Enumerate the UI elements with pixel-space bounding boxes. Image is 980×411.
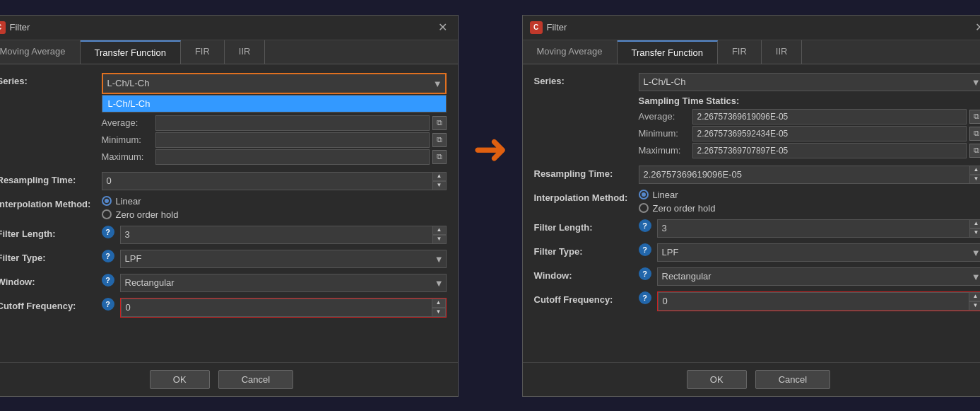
- right-filter-length-up[interactable]: ▲: [969, 219, 981, 228]
- right-window-select-wrap: Rectangular ▼: [657, 267, 981, 286]
- right-min-input[interactable]: [692, 126, 967, 141]
- right-filter-type-help[interactable]: ?: [639, 243, 651, 256]
- right-close-button[interactable]: ✕: [972, 20, 981, 35]
- left-min-value-box: ⧉: [155, 132, 447, 148]
- right-max-input[interactable]: [692, 143, 967, 158]
- right-min-copy[interactable]: ⧉: [969, 127, 981, 141]
- left-tab-iir[interactable]: IIR: [225, 40, 266, 64]
- left-filter-type-select[interactable]: LPF: [120, 250, 447, 268]
- right-cutoff-help[interactable]: ?: [639, 291, 651, 304]
- right-sampling-section: Sampling Time Statics: Average: ⧉ Minimu…: [639, 95, 981, 160]
- left-window-select[interactable]: Rectangular: [120, 274, 447, 292]
- right-avg-input[interactable]: [692, 109, 967, 125]
- left-cutoff-input[interactable]: [121, 299, 446, 317]
- transition-arrow: ➜: [473, 128, 508, 170]
- right-filter-length-spinner: ▲ ▼: [657, 219, 981, 238]
- right-resampling-label: Resampling Time:: [534, 166, 633, 179]
- left-filter-type-help[interactable]: ?: [102, 250, 114, 262]
- left-max-input[interactable]: [155, 149, 430, 165]
- right-avg-label: Average:: [639, 111, 688, 122]
- left-window-row: Window: ? Rectangular ▼: [0, 274, 447, 292]
- right-resampling-down[interactable]: ▼: [969, 175, 981, 184]
- right-resampling-input[interactable]: [639, 166, 981, 184]
- left-filter-length-down[interactable]: ▼: [432, 235, 447, 244]
- left-tab-fir[interactable]: FIR: [181, 40, 225, 64]
- right-cutoff-up[interactable]: ▲: [969, 292, 981, 301]
- left-tab-moving-average[interactable]: Moving Average: [0, 40, 81, 64]
- left-dialog-body: Series: L-Ch/L-Ch ▼ L-Ch/L-Ch: [0, 64, 458, 362]
- left-tab-transfer-function[interactable]: Transfer Function: [81, 40, 181, 64]
- right-cutoff-down[interactable]: ▼: [969, 301, 981, 311]
- left-cutoff-down[interactable]: ▼: [432, 308, 446, 317]
- left-min-copy[interactable]: ⧉: [432, 133, 447, 147]
- right-cutoff-spinner: ▲ ▼: [657, 291, 981, 311]
- right-max-copy[interactable]: ⧉: [969, 144, 981, 158]
- left-filter-length-up[interactable]: ▲: [432, 226, 447, 235]
- left-resampling-spinner-btns: ▲ ▼: [432, 172, 447, 190]
- right-window-help[interactable]: ?: [639, 267, 651, 280]
- left-cutoff-help[interactable]: ?: [102, 298, 114, 311]
- left-radio-linear-dot: [105, 199, 109, 203]
- right-series-input[interactable]: [639, 73, 981, 91]
- left-filter-length-input[interactable]: [120, 226, 447, 244]
- left-interpolation-row: Interpolation Method: Linear Zero order …: [0, 196, 447, 220]
- right-filter-length-down[interactable]: ▼: [969, 228, 981, 238]
- right-avg-copy[interactable]: ⧉: [969, 110, 981, 124]
- right-resampling-up[interactable]: ▲: [969, 166, 981, 175]
- left-min-row: Minimum: ⧉: [102, 132, 447, 148]
- left-max-copy[interactable]: ⧉: [432, 150, 447, 164]
- right-cutoff-input[interactable]: [658, 292, 981, 311]
- right-tab-iir[interactable]: IIR: [762, 40, 803, 64]
- left-radio-linear[interactable]: Linear: [102, 196, 179, 207]
- right-interpolation-row: Interpolation Method: Linear Zero order …: [534, 190, 981, 214]
- left-title-bar: C Filter ✕: [0, 16, 458, 40]
- right-title-bar: C Filter ✕: [523, 16, 981, 40]
- left-sampling-section: Average: ⧉ Minimum: ⧉: [102, 115, 447, 166]
- left-series-dropdown-list: L-Ch/L-Ch: [102, 95, 447, 112]
- right-sampling-title: Sampling Time Statics:: [639, 95, 981, 106]
- right-tab-transfer-function[interactable]: Transfer Function: [618, 40, 718, 64]
- right-series-control: ▼ Sampling Time Statics: Average: ⧉: [639, 73, 981, 160]
- right-avg-row: Average: ⧉: [639, 109, 981, 125]
- left-min-label: Minimum:: [102, 134, 151, 145]
- right-filter-length-label: Filter Length:: [534, 219, 633, 233]
- left-max-row: Maximum: ⧉: [102, 149, 447, 165]
- left-min-input[interactable]: [155, 132, 430, 148]
- left-close-button[interactable]: ✕: [435, 20, 451, 35]
- right-min-label: Minimum:: [639, 128, 688, 139]
- left-ok-button[interactable]: OK: [150, 370, 210, 389]
- right-ok-button[interactable]: OK: [687, 370, 747, 389]
- right-tab-moving-average[interactable]: Moving Average: [523, 40, 618, 64]
- right-cancel-button[interactable]: Cancel: [755, 370, 830, 389]
- right-filter-type-select[interactable]: LPF: [657, 243, 981, 262]
- left-resampling-up[interactable]: ▲: [432, 172, 447, 181]
- right-series-row: Series: ▼ Sampling Time Statics: Average…: [534, 73, 981, 160]
- left-filter-length-help[interactable]: ?: [102, 226, 114, 238]
- left-avg-input[interactable]: [155, 115, 430, 131]
- left-series-dropdown[interactable]: L-Ch/L-Ch: [103, 74, 445, 93]
- right-radio-group: Linear Zero order hold: [639, 190, 716, 214]
- right-radio-zero-btn: [639, 203, 649, 213]
- left-resampling-input[interactable]: [102, 172, 447, 190]
- right-radio-zero[interactable]: Zero order hold: [639, 203, 716, 214]
- right-dialog: C Filter ✕ Moving Average Transfer Funct…: [522, 15, 981, 397]
- right-tab-bar: Moving Average Transfer Function FIR IIR: [523, 40, 981, 64]
- right-resampling-spinner: ▲ ▼: [639, 166, 981, 184]
- left-avg-copy[interactable]: ⧉: [432, 116, 447, 130]
- left-cancel-button[interactable]: Cancel: [218, 370, 293, 389]
- right-radio-linear[interactable]: Linear: [639, 190, 716, 200]
- right-min-row: Minimum: ⧉: [639, 126, 981, 141]
- left-resampling-down[interactable]: ▼: [432, 181, 447, 190]
- left-radio-zero[interactable]: Zero order hold: [102, 209, 179, 220]
- left-series-item[interactable]: L-Ch/L-Ch: [102, 95, 446, 112]
- left-window-help[interactable]: ?: [102, 274, 114, 286]
- right-filter-length-input[interactable]: [657, 219, 981, 238]
- right-tab-fir[interactable]: FIR: [718, 40, 762, 64]
- left-cutoff-up[interactable]: ▲: [432, 299, 446, 308]
- right-filter-length-help[interactable]: ?: [639, 219, 651, 232]
- left-app-icon: C: [0, 21, 6, 34]
- left-radio-group: Linear Zero order hold: [102, 196, 179, 220]
- left-avg-label: Average:: [102, 117, 151, 128]
- left-filter-type-label: Filter Type:: [0, 250, 96, 263]
- right-window-select[interactable]: Rectangular: [657, 267, 981, 286]
